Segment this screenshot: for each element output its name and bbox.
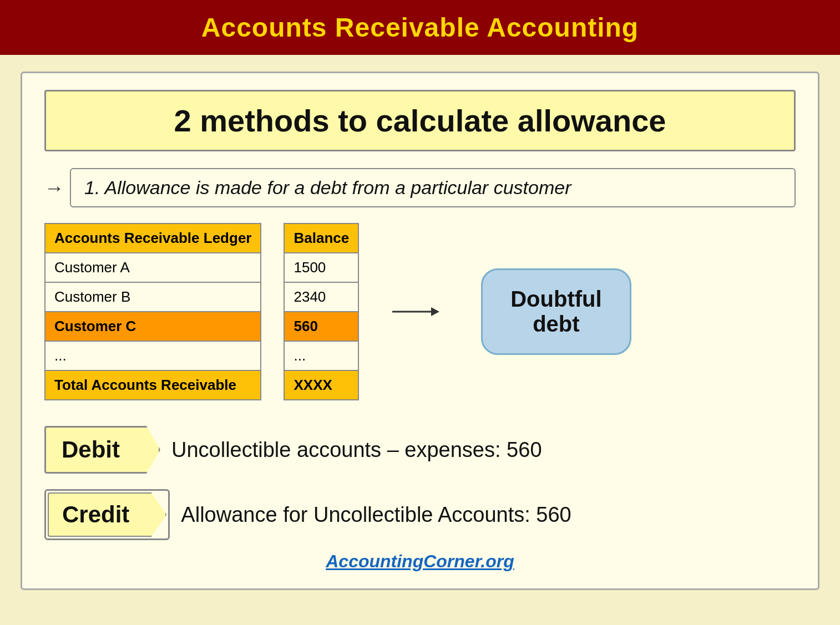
connector-arrow-icon — [392, 289, 448, 334]
ledger-total: Total Accounts Receivable — [45, 370, 261, 400]
balance-table: Balance 1500 2340 560 ... XXXX — [284, 223, 359, 400]
main-card: 2 methods to calculate allowance → 1. Al… — [21, 72, 819, 590]
arrow-connector — [381, 289, 459, 334]
table-row: ... — [284, 341, 358, 370]
table-row: 1500 — [284, 253, 358, 282]
ledger-header-row: Accounts Receivable Ledger — [45, 223, 261, 253]
balance-xxxx: XXXX — [284, 370, 358, 400]
credit-label: Credit — [48, 492, 166, 537]
table-row: Total Accounts Receivable — [45, 370, 261, 400]
ledger-customer-a: Customer A — [45, 253, 261, 282]
balance-dots: ... — [284, 341, 358, 370]
page-title: Accounts Receivable Accounting — [201, 13, 639, 42]
table-row: 2340 — [284, 282, 358, 312]
table-row: ... — [45, 341, 261, 370]
table-row: 560 — [284, 312, 358, 341]
footer-link[interactable]: AccountingCorner.org — [326, 551, 514, 571]
debit-button: Debit — [44, 426, 160, 474]
balance-1500: 1500 — [284, 253, 358, 282]
balance-header-cell: Balance — [284, 223, 358, 253]
methods-title: 2 methods to calculate allowance — [174, 103, 666, 138]
method1-text: 1. Allowance is made for a debt from a p… — [84, 177, 571, 198]
table-doubtful-row: Accounts Receivable Ledger Customer A Cu… — [44, 223, 796, 400]
debit-text: Uncollectible accounts – expenses: 560 — [171, 438, 542, 462]
table-row: Customer A — [45, 253, 261, 282]
balance-560: 560 — [284, 312, 358, 341]
method1-box: 1. Allowance is made for a debt from a p… — [70, 168, 796, 207]
doubtful-debt-box: Doubtful debt — [481, 268, 631, 355]
debit-row: Debit Uncollectible accounts – expenses:… — [44, 426, 796, 474]
table-row: Customer C — [45, 312, 261, 341]
balance-2340: 2340 — [284, 282, 358, 312]
credit-text: Allowance for Uncollectible Accounts: 56… — [181, 503, 571, 527]
ledger-customer-c: Customer C — [45, 312, 261, 341]
method1-arrow: → — [44, 176, 64, 200]
credit-row: Credit Allowance for Uncollectible Accou… — [44, 489, 796, 540]
doubtful-line2: debt — [510, 312, 601, 337]
header-bar: Accounts Receivable Accounting — [0, 0, 840, 55]
debit-label: Debit — [44, 426, 160, 474]
svg-marker-1 — [431, 307, 439, 316]
credit-outer-border: Credit — [44, 489, 170, 540]
ledger-header-cell: Accounts Receivable Ledger — [45, 223, 261, 253]
table-row: XXXX — [284, 370, 358, 400]
method1-row: → 1. Allowance is made for a debt from a… — [44, 168, 796, 207]
methods-title-box: 2 methods to calculate allowance — [44, 90, 796, 151]
footer-link-area: AccountingCorner.org — [44, 551, 796, 572]
ledger-customer-b: Customer B — [45, 282, 261, 312]
ledger-table: Accounts Receivable Ledger Customer A Cu… — [44, 223, 261, 400]
ledger-dots: ... — [45, 341, 261, 370]
balance-header-row: Balance — [284, 223, 358, 253]
debit-credit-section: Debit Uncollectible accounts – expenses:… — [44, 426, 796, 540]
doubtful-line1: Doubtful — [510, 287, 601, 312]
table-row: Customer B — [45, 282, 261, 312]
